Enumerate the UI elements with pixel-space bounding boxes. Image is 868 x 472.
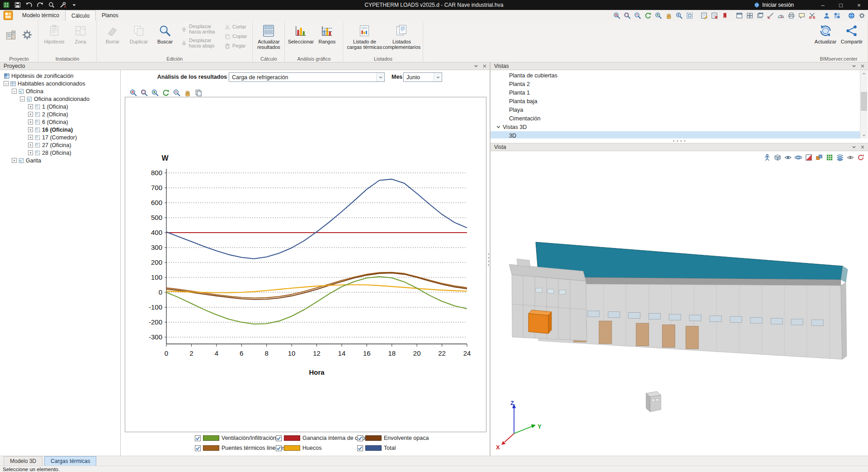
visibility-button[interactable] [846, 153, 855, 162]
application-menu-button[interactable] [0, 10, 16, 21]
scroll-up-button[interactable] [860, 70, 868, 77]
views-scrollbar[interactable] [860, 70, 868, 138]
tile-windows-button[interactable] [745, 11, 754, 20]
snip-button[interactable] [807, 11, 816, 20]
orbit-button[interactable] [794, 153, 803, 162]
copiar-button[interactable]: Copiar [223, 33, 248, 41]
apps-grid-button[interactable] [832, 11, 841, 20]
maximize-button[interactable]: □ [832, 0, 850, 10]
desplazar-hacia-arriba-button[interactable]: Desplazar hacia arriba [179, 23, 220, 36]
tree-expander[interactable]: − [20, 96, 25, 101]
figure-button[interactable] [763, 153, 772, 162]
zoom-in-button[interactable] [151, 88, 160, 97]
legend-checkbox[interactable] [276, 445, 282, 451]
prev-view-button[interactable] [675, 11, 684, 20]
rangos-button[interactable]: Rangos [314, 22, 340, 44]
bottom-tab-modelo-3d[interactable]: Modelo 3D [4, 456, 42, 466]
tree-item-oficina-acondicionado[interactable]: −Oficina acondicionado [0, 95, 120, 103]
compartir-button[interactable]: Compartir [839, 22, 865, 44]
print-button[interactable] [787, 11, 796, 20]
redo-button[interactable] [36, 1, 44, 9]
tree-expander[interactable]: + [28, 150, 33, 155]
tree-expander[interactable]: + [28, 143, 33, 148]
legend-checkbox[interactable] [276, 435, 282, 441]
plan-delete-button[interactable] [710, 11, 719, 20]
settings-button[interactable] [857, 11, 866, 20]
r-zoom-button[interactable]: R [612, 11, 621, 20]
actualizar-resultados-button[interactable]: Actualizar resultados [255, 22, 282, 50]
vertical-splitter-grip[interactable] [487, 252, 490, 267]
zoom-out-button[interactable] [172, 88, 181, 97]
close-button[interactable]: × [850, 0, 868, 10]
legend-item-puentes-térmicos-lineales[interactable]: Puentes térmicos lineales [195, 445, 286, 451]
scrollbar-thumb[interactable] [861, 92, 867, 111]
listado-de-cargas-térmicas-button[interactable]: Listado de cargas térmicas [346, 22, 383, 50]
caret-down-button[interactable] [70, 1, 78, 9]
pan-button[interactable] [183, 88, 192, 97]
sign-in-button[interactable]: Iniciar sesión [754, 2, 794, 8]
view-item-planta-de-cubiertas[interactable]: Planta de cubiertas [491, 71, 860, 80]
tree-item-oficina[interactable]: −Oficina [0, 87, 120, 95]
view-item-playa[interactable]: Playa [491, 105, 860, 114]
copy-view-button[interactable] [194, 88, 203, 97]
bottom-tab-cargas-térmicas[interactable]: Cargas térmicas [44, 456, 96, 466]
redraw-button[interactable] [161, 88, 170, 97]
zoom-window-button[interactable] [140, 88, 149, 97]
load-chart[interactable]: 8007006005004003002001000-100-200-300024… [125, 97, 486, 432]
profile-button[interactable] [822, 11, 831, 20]
tree-expander[interactable]: + [28, 135, 33, 140]
ribbon-tab-cálculo[interactable]: Cálculo [65, 10, 96, 21]
tree-expander[interactable]: − [12, 89, 17, 94]
ribbon-tab-planos[interactable]: Planos [96, 10, 124, 21]
tree-item-habitables-acondicionados[interactable]: −Habitables acondicionados [0, 80, 120, 87]
desplazar-hacia-abajo-button[interactable]: Desplazar hacia abajo [179, 37, 220, 50]
scroll-down-button[interactable] [860, 132, 868, 138]
view-item-planta-1[interactable]: Planta 1 [491, 88, 860, 97]
tree-expander[interactable]: + [28, 127, 33, 132]
legend-checkbox[interactable] [357, 445, 363, 451]
zoom-window-button[interactable] [623, 11, 632, 20]
tree-item-16-oficina[interactable]: +16 (Oficina) [0, 126, 120, 133]
tools-button[interactable] [59, 1, 67, 9]
view-item-planta-2[interactable]: Planta 2 [491, 80, 860, 88]
redraw-button[interactable] [643, 11, 652, 20]
tree-item-hipótesis-de-zonificación[interactable]: Hipótesis de zonificación [0, 72, 120, 80]
tree-item-27-oficina[interactable]: +27 (Oficina) [0, 141, 120, 149]
tree-item-17-comedor[interactable]: +17 (Comedor) [0, 133, 120, 141]
cascade-windows-button[interactable] [755, 11, 764, 20]
cube-view-button[interactable] [773, 153, 782, 162]
measure-button[interactable] [766, 11, 775, 20]
close-panel-button[interactable] [859, 63, 866, 69]
collapse-panel-button[interactable] [850, 63, 858, 69]
globe-button[interactable] [847, 11, 856, 20]
zoom-light-button[interactable] [47, 1, 56, 9]
legend-item-total[interactable]: Total [357, 445, 396, 451]
zona-button[interactable]: Zona [67, 22, 94, 44]
tree-expander[interactable]: + [28, 112, 33, 117]
objects-button[interactable] [815, 153, 824, 162]
tree-item-1-oficina[interactable]: +1 (Oficina) [0, 103, 120, 110]
tree-item-2-oficina[interactable]: +2 (Oficina) [0, 110, 120, 118]
listados-complementarios-button[interactable]: Listados complementarios [383, 22, 420, 50]
plan-edit-button[interactable] [699, 11, 708, 20]
full-view-button[interactable] [685, 11, 694, 20]
eye-button[interactable] [783, 153, 793, 162]
close-panel-button[interactable] [481, 63, 488, 69]
seleccionar-button[interactable]: Seleccionar [288, 22, 314, 44]
grid-green-button[interactable] [825, 153, 834, 162]
tree-item-28-oficina[interactable]: +28 (Oficina) [0, 149, 120, 157]
tree-item-garita[interactable]: +Garita [0, 157, 120, 164]
collapse-panel-button[interactable] [850, 144, 858, 150]
rotate-button[interactable] [856, 153, 865, 162]
app-logo-button[interactable] [2, 1, 10, 9]
zoom-in-button[interactable] [654, 11, 663, 20]
minimize-button[interactable]: – [814, 0, 832, 10]
horizontal-splitter[interactable] [491, 138, 868, 143]
pan-button[interactable] [664, 11, 673, 20]
buscar-button[interactable]: Buscar [152, 22, 178, 44]
tree-expander[interactable]: − [4, 81, 9, 86]
r-zoom-button[interactable]: R [129, 88, 138, 97]
hipótesis-button[interactable]: Hipótesis [41, 22, 67, 44]
tree-expander[interactable]: + [28, 119, 33, 124]
view-item-vistas-3d[interactable]: Vistas 3D [491, 123, 860, 131]
